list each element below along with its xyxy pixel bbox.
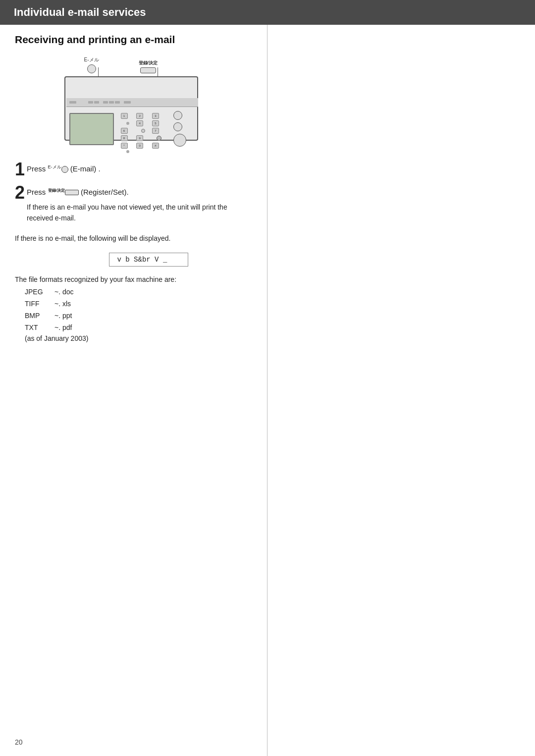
fax-dot-1 <box>126 122 129 125</box>
fax-slot-3 <box>94 101 99 104</box>
fax-dot-2 <box>141 129 145 133</box>
fax-key-9: 9 <box>136 135 143 141</box>
display-mockup: v b S&br V _ <box>45 253 252 267</box>
display-box: v b S&br V _ <box>109 253 188 267</box>
file-formats-grid: JPEG ~. doc TIFF ~. xls BMP ~. ppt TXT ~… <box>25 286 252 333</box>
fax-key-2: 2 <box>136 113 143 119</box>
register-label: 登録/決定 <box>139 60 158 65</box>
step-1: 1 Press E-メル (E-mail) . <box>15 161 252 175</box>
fax-key-6: 6 <box>121 128 128 134</box>
email-button-icon <box>87 64 96 73</box>
step-2-register-icon <box>65 190 79 195</box>
fax-slot-2 <box>88 101 93 104</box>
step-2-number: 2 <box>15 184 25 202</box>
fax-circle-btn <box>157 136 161 141</box>
step-1-suffix: (E-mail) . <box>70 164 101 173</box>
step-1-content: Press E-メル (E-mail) . <box>27 161 252 175</box>
connector-email <box>98 67 99 76</box>
step-2: 2 Press 登録/決定 (Register/Set). If there i… <box>15 184 252 224</box>
section-title: Receiving and printing an e-mail <box>15 34 252 46</box>
fax-btn-mid <box>173 122 182 131</box>
step-1-text: Press E-メル (E-mail) . <box>27 163 252 175</box>
fax-btn-top <box>173 111 182 120</box>
step-2-content: Press 登録/決定 (Register/Set). If there is … <box>27 184 252 224</box>
fax-slot-1 <box>69 101 76 104</box>
email-label: E-メル <box>84 56 99 63</box>
format-tiff-type: TIFF <box>25 298 54 310</box>
fax-top-panel <box>66 98 198 107</box>
fax-dot-3 <box>126 150 129 153</box>
fax-slot-6 <box>115 101 120 104</box>
fax-key-1: 1 <box>121 113 128 119</box>
connector-register <box>158 67 158 76</box>
fax-slot-5 <box>109 101 114 104</box>
fax-key-7: 7 <box>152 128 159 134</box>
fax-right-buttons <box>173 111 186 147</box>
fax-key-0: 0 <box>136 143 143 149</box>
note-2: If there is no e-mail, the following wil… <box>15 233 252 244</box>
file-formats-section: The file formats recognized by your fax … <box>15 275 252 342</box>
fax-screen <box>69 113 114 145</box>
fax-keypad: 1 2 3 4 5 6 7 8 9 * 0 # <box>119 111 168 155</box>
fax-key-5: 5 <box>152 120 159 126</box>
header-title: Individual e-mail services <box>14 6 146 18</box>
fax-slot-7 <box>124 101 131 104</box>
step-2-press-label: Press <box>27 188 46 196</box>
date-note: (as of January 2003) <box>25 334 252 342</box>
step-2-text: Press 登録/決定 (Register/Set). <box>27 187 252 198</box>
header-bar: Individual e-mail services <box>0 0 535 25</box>
fax-slot-4 <box>103 101 108 104</box>
fax-key-3: 3 <box>152 113 159 119</box>
register-button-icon <box>140 67 156 73</box>
fax-key-8: 8 <box>121 135 128 141</box>
format-bmp-type: BMP <box>25 310 54 322</box>
file-formats-intro: The file formats recognized by your fax … <box>15 275 252 283</box>
note-1: If there is an e-mail you have not viewe… <box>27 202 252 224</box>
fax-key-hash: # <box>152 143 159 149</box>
format-jpeg-type: JPEG <box>25 286 54 298</box>
page-number: 20 <box>15 738 23 746</box>
right-column <box>268 25 535 756</box>
step-1-icon-label: E-メル <box>48 164 61 169</box>
format-tiff-ext: ~. xls <box>54 298 94 310</box>
fax-key-star: * <box>121 143 128 149</box>
format-txt-ext: ~. pdf <box>54 322 94 334</box>
fax-key-4: 4 <box>136 120 143 126</box>
format-txt-type: TXT <box>25 322 54 334</box>
fax-btn-large <box>173 134 186 147</box>
format-bmp-ext: ~. ppt <box>54 310 94 322</box>
step-1-number: 1 <box>15 161 25 178</box>
fax-body: 1 2 3 4 5 6 7 8 9 * 0 # <box>64 76 198 141</box>
fax-diagram: E-メル 登録/決定 <box>15 56 252 146</box>
step-2-suffix: (Register/Set). <box>81 188 129 196</box>
step-1-press-label: Press <box>27 164 46 173</box>
format-jpeg-ext: ~. doc <box>54 286 94 298</box>
step-2-icon-label: 登録/決定 <box>48 188 65 193</box>
step-1-email-icon <box>61 166 68 173</box>
display-text: v b S&br V _ <box>117 256 167 264</box>
